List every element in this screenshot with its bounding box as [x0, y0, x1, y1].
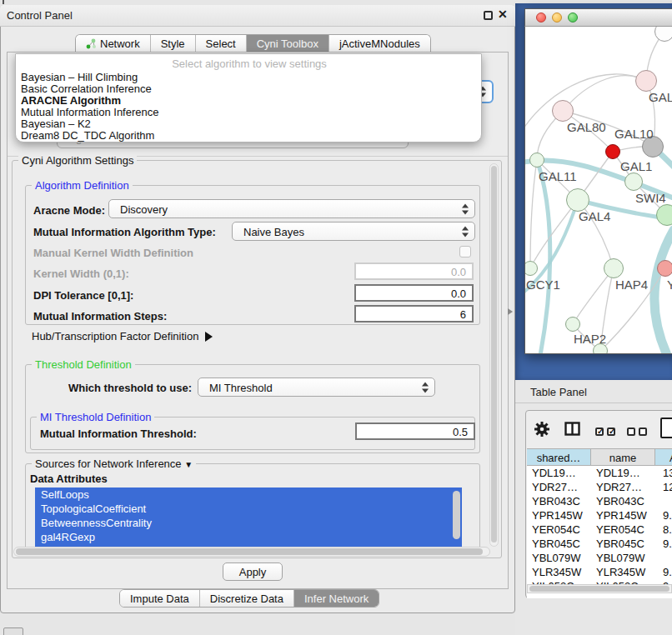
network-node-label: HAP2 — [574, 332, 606, 346]
expand-arrow-icon — [205, 332, 213, 342]
tab-select[interactable]: Select — [196, 35, 247, 52]
algorithm-option[interactable]: Bayesian – Hill Climbing — [21, 72, 478, 83]
close-icon[interactable]: ✕ — [498, 8, 508, 21]
network-node[interactable] — [657, 260, 672, 277]
table-row[interactable]: YDR27…YDR27…12 — [527, 480, 672, 494]
table-panel-title: Table Panel — [530, 386, 587, 398]
table-rows: YDL19…YDL19…13YDR27…YDR27…12YBR043CYBR04… — [527, 466, 672, 593]
document-icon[interactable] — [660, 418, 672, 438]
apply-button[interactable]: Apply — [223, 562, 283, 581]
unchecked-checkbox-icon[interactable] — [627, 428, 635, 436]
close-traffic-light[interactable] — [536, 12, 546, 22]
tab-label: Style — [161, 38, 185, 50]
which-threshold-combo[interactable]: MI Threshold — [198, 378, 435, 397]
algorithm-option[interactable]: Dream8 DC_TDC Algorithm — [21, 130, 478, 142]
tab-label: jActiveMNodules — [339, 38, 420, 50]
tab-label: Discretize Data — [210, 592, 283, 605]
table-row[interactable]: YER054CYER054C8. — [527, 522, 672, 537]
mi-threshold-field[interactable]: 0.5 — [355, 422, 475, 440]
column-header-partial[interactable]: A — [655, 448, 672, 466]
network-node[interactable] — [529, 152, 544, 168]
network-node[interactable] — [604, 258, 624, 278]
algorithm-option-selected[interactable]: ARACNE Algorithm — [21, 95, 478, 107]
table-cell: YBL079W — [591, 551, 655, 565]
network-nodes-layer: GALGAL80GAL10GAL1GAL11SWI4GAL4GCY1HAP4YH… — [525, 27, 672, 353]
table-horizontal-scrollbar[interactable] — [527, 584, 672, 593]
tab-cyni-toolbox[interactable]: Cyni Toolbox — [247, 35, 329, 52]
table-row[interactable]: YLR345WYLR345W9. — [527, 565, 672, 579]
attribute-list-scrollbar[interactable] — [453, 491, 460, 539]
settings-horizontal-scrollbar[interactable] — [13, 547, 490, 557]
which-threshold-label: Which threshold to use: — [68, 382, 192, 394]
tab-infer-network[interactable]: Infer Network — [294, 590, 379, 607]
gear-icon[interactable] — [534, 421, 550, 441]
tab-impute-data[interactable]: Impute Data — [120, 590, 200, 607]
hub-transcription-factor-toggle[interactable]: Hub/Transcription Factor Definition — [32, 330, 213, 342]
mi-steps-field[interactable]: 6 — [354, 305, 474, 322]
attribute-item-selected[interactable]: BetweennessCentrality — [35, 516, 462, 530]
algorithm-option[interactable]: Basic Correlation Inference — [21, 83, 478, 95]
table-cell: YBR043C — [591, 494, 655, 508]
combo-value: Discovery — [120, 203, 168, 216]
zoom-traffic-light[interactable] — [568, 12, 578, 22]
table-row[interactable]: YBL079WYBL079W — [527, 551, 672, 565]
table-cell: 9. — [655, 565, 672, 579]
algorithm-option[interactable]: Mutual Information Inference — [21, 107, 478, 118]
network-node[interactable] — [525, 261, 538, 276]
network-node[interactable] — [635, 70, 657, 92]
tab-discretize-data[interactable]: Discretize Data — [200, 590, 294, 607]
tab-network[interactable]: Network — [76, 35, 151, 52]
collapse-arrow-icon[interactable]: ▼ — [184, 460, 193, 469]
network-node[interactable] — [656, 204, 672, 226]
kernel-width-field[interactable]: 0.0 — [354, 262, 474, 280]
minimize-traffic-light[interactable] — [552, 12, 562, 22]
table-row[interactable]: YDL19…YDL19…13 — [527, 466, 672, 480]
mini-toolbar-button[interactable] — [3, 628, 23, 635]
attribute-item-selected[interactable]: TopologicalCoefficient — [35, 502, 462, 516]
table-cell: YDL19… — [527, 466, 591, 480]
network-node-label: GAL — [649, 90, 672, 104]
scrollbar-thumb[interactable] — [16, 548, 483, 555]
table-row[interactable]: YPR145WYPR145W9. — [527, 508, 672, 522]
float-window-icon[interactable] — [484, 11, 493, 20]
tab-style[interactable]: Style — [151, 35, 196, 52]
algorithm-option[interactable]: Bayesian – K2 — [21, 118, 478, 130]
screen: Control Panel ✕ Network Style Select Cyn… — [0, 0, 672, 635]
mi-type-combo[interactable]: Naive Bayes — [232, 222, 475, 241]
dpi-tolerance-field[interactable]: 0.0 — [354, 284, 474, 302]
table-cell: YLR345W — [527, 565, 591, 579]
control-panel-titlebar[interactable] — [0, 5, 515, 27]
network-node[interactable] — [552, 100, 574, 122]
manual-kernel-label: Manual Kernel Width Definition — [33, 247, 193, 259]
table-cell — [655, 494, 672, 508]
network-node[interactable] — [565, 317, 580, 332]
network-node[interactable] — [605, 144, 620, 159]
tab-label: Cyni Toolbox — [257, 38, 318, 50]
manual-kernel-checkbox[interactable] — [459, 246, 471, 258]
table-cell — [655, 551, 672, 565]
aracne-mode-combo[interactable]: Discovery — [108, 199, 475, 218]
column-header-name[interactable]: name — [591, 448, 655, 466]
settings-vertical-scrollbar[interactable] — [489, 163, 499, 547]
group-title: Sources for Network Inference ▼ — [32, 458, 196, 470]
network-node[interactable] — [654, 27, 672, 42]
unchecked-checkbox-icon[interactable] — [639, 428, 647, 436]
scrollbar-thumb[interactable] — [491, 166, 497, 542]
splitter-handle-icon[interactable] — [508, 308, 513, 315]
network-node[interactable] — [566, 188, 589, 212]
attribute-item-selected[interactable]: gal4RGexp — [35, 530, 462, 544]
network-canvas[interactable]: GALGAL80GAL10GAL1GAL11SWI4GAL4GCY1HAP4YH… — [525, 27, 672, 353]
tab-jactivemnodules[interactable]: jActiveMNodules — [329, 35, 430, 52]
table-row[interactable]: YBR043CYBR043C — [527, 494, 672, 508]
sources-title: Sources for Network Inference — [35, 458, 182, 470]
table-row[interactable]: YBR045CYBR045C9. — [527, 537, 672, 551]
checked-checkbox-icon[interactable]: ✓ — [595, 428, 604, 436]
column-header-shared-name[interactable]: shared… — [527, 448, 591, 466]
control-panel-tabs: Network Style Select Cyni Toolbox jActiv… — [75, 34, 431, 52]
checked-checkbox-icon[interactable]: ✓ — [607, 428, 615, 436]
network-node[interactable] — [624, 172, 643, 191]
scrollbar-thumb[interactable] — [529, 586, 669, 592]
attribute-item-selected[interactable]: SelfLoops — [35, 488, 462, 502]
network-window-titlebar[interactable] — [524, 8, 672, 27]
split-panel-icon[interactable] — [564, 422, 580, 439]
